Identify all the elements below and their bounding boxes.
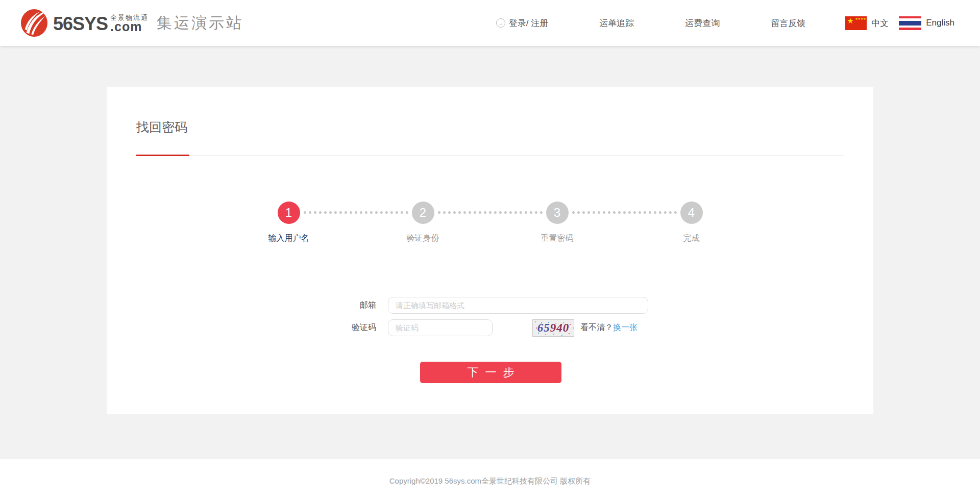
brand-suffix: .com [110, 21, 142, 32]
step-connector-dots [438, 211, 543, 214]
captcha-digits-red: 940 [550, 321, 570, 335]
password-recovery-card: 找回密码 1 2 3 4 输入用户名 验证身份 重置密码 完成 [107, 87, 873, 414]
title-divider [136, 155, 844, 156]
logo-text: 56SYS 全景物流通 .com [53, 14, 149, 32]
step-circle-1: 1 [278, 202, 300, 224]
captcha-digits-blue: 65 [537, 321, 550, 335]
email-label: 邮箱 [327, 300, 388, 311]
nav-feedback[interactable]: 留言反馈 [771, 17, 805, 29]
china-flag-icon: ★ ★★★★ [845, 16, 867, 30]
captcha-image[interactable]: 65 940 [532, 319, 574, 337]
step-labels: 输入用户名 验证身份 重置密码 完成 [278, 233, 703, 244]
copyright-text: Copyrigh©2019 56sys.com全景世纪科技有限公司 版权所有 [389, 476, 591, 486]
page-content: 找回密码 1 2 3 4 输入用户名 验证身份 重置密码 完成 [0, 46, 980, 459]
site-name: 集运演示站 [157, 13, 243, 34]
footer: Copyrigh©2019 56sys.com全景世纪科技有限公司 版权所有 [0, 459, 980, 503]
captcha-row: 验证码 65 940 看不清？ 换一张 [327, 319, 873, 336]
lang-chinese-label: 中文 [871, 17, 889, 29]
language-switcher: ★ ★★★★ 中文 English [845, 16, 954, 30]
step-label-reset-password: 重置密码 [541, 233, 574, 244]
step-circle-3: 3 [546, 202, 569, 224]
title-divider-accent [136, 155, 189, 156]
captcha-input[interactable] [388, 319, 493, 336]
header: 56SYS 全景物流通 .com 集运演示站 → 登录/ 注册 运单追踪 运费查… [0, 0, 980, 46]
captcha-hint: 看不清？ [580, 322, 613, 333]
thailand-flag-icon [899, 16, 921, 30]
logo[interactable]: 56SYS 全景物流通 .com 集运演示站 [20, 8, 243, 38]
lang-english[interactable]: English [899, 16, 954, 30]
step-circle-2: 2 [412, 202, 434, 224]
lang-chinese[interactable]: ★ ★★★★ 中文 [845, 16, 889, 30]
email-row: 邮箱 [327, 297, 873, 314]
page-title: 找回密码 [136, 119, 873, 136]
nav-login-register[interactable]: → 登录/ 注册 [496, 17, 548, 29]
lang-english-label: English [926, 18, 954, 28]
brand-name: 56SYS [53, 16, 108, 32]
step-connector-dots [304, 211, 408, 214]
main-nav: → 登录/ 注册 运单追踪 运费查询 留言反馈 ★ ★★★★ 中文 Englis… [496, 16, 954, 30]
nav-freight-label: 运费查询 [685, 17, 720, 29]
step-connector-dots [572, 211, 677, 214]
nav-login-label: 登录/ 注册 [509, 17, 548, 29]
captcha-label: 验证码 [327, 322, 388, 333]
progress-stepper: 1 2 3 4 输入用户名 验证身份 重置密码 完成 [278, 202, 703, 244]
china-flag-big-star: ★ [847, 17, 853, 24]
china-flag-small-stars: ★★★★ [855, 17, 862, 20]
login-circle-arrow-icon: → [496, 18, 505, 28]
step-circle-4: 4 [680, 202, 703, 224]
logo-swoosh-icon [20, 8, 48, 38]
step-label-verify-identity: 验证身份 [407, 233, 439, 244]
captcha-refresh-link[interactable]: 换一张 [613, 322, 638, 333]
step-label-enter-username: 输入用户名 [268, 233, 309, 244]
nav-tracking-label: 运单追踪 [599, 17, 634, 29]
email-input[interactable] [388, 297, 648, 314]
step-track: 1 2 3 4 [278, 202, 703, 224]
nav-freight-inquiry[interactable]: 运费查询 [685, 17, 720, 29]
next-step-button[interactable]: 下一步 [420, 362, 561, 383]
step-label-done: 完成 [683, 233, 700, 244]
recovery-form: 邮箱 验证码 65 940 看不清？ 换一张 下一步 [107, 297, 873, 383]
captcha-noise [535, 321, 536, 322]
nav-feedback-label: 留言反馈 [771, 17, 805, 29]
nav-waybill-tracking[interactable]: 运单追踪 [599, 17, 634, 29]
